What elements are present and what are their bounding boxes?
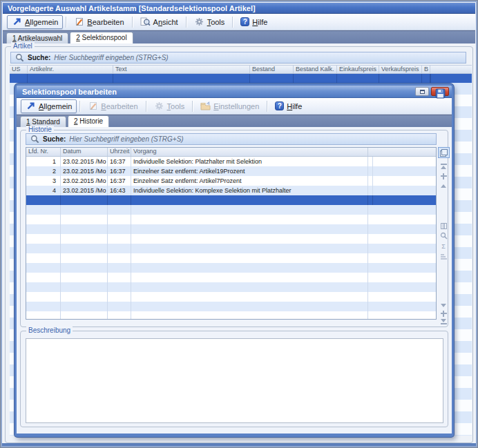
menu-item-label: Ansicht bbox=[153, 18, 178, 26]
first-row-icon bbox=[441, 166, 446, 169]
application-window: Vorgelagerte Auswahl Artikelstamm [Stand… bbox=[0, 0, 478, 448]
menu-separator bbox=[267, 101, 267, 112]
cell bbox=[131, 195, 368, 205]
save-icon[interactable] bbox=[435, 88, 446, 98]
beschreibung-group-label: Beschreibung bbox=[26, 327, 73, 335]
historie-search-input[interactable] bbox=[69, 135, 432, 143]
menu-hilfe[interactable]: ?Hilfe bbox=[236, 15, 272, 28]
page-up-button[interactable] bbox=[439, 182, 448, 190]
historie-searchbar[interactable]: Suche: bbox=[26, 133, 437, 145]
cell-datum: 23.02.2015 /Mo bbox=[61, 157, 108, 166]
column-header-datum[interactable]: Datum bbox=[61, 148, 108, 156]
cell bbox=[108, 195, 131, 205]
table-row[interactable]: 423.02.2015 /Mo16:43Individuelle Selekti… bbox=[26, 186, 436, 195]
cell bbox=[368, 195, 373, 205]
dialog-selektionspool: Selektionspool bearbeiten AllgemeinBearb… bbox=[15, 84, 454, 437]
cell-uhrzeit: 16:37 bbox=[108, 157, 131, 166]
menu-bearbeiten[interactable]: Bearbeiten bbox=[83, 99, 142, 113]
cell-vorgang: Individuelle Selektion: Komplexe Selekti… bbox=[131, 186, 368, 195]
menu-tools[interactable]: Tools bbox=[149, 99, 190, 113]
column-separator bbox=[131, 205, 131, 319]
column-settings-icon bbox=[441, 223, 447, 229]
cell-uhrzeit: 16:37 bbox=[108, 176, 131, 186]
tab-selektionspool[interactable]: 2 Selektionspool bbox=[70, 32, 133, 43]
row-up-button[interactable] bbox=[439, 172, 448, 180]
table-row-selected[interactable] bbox=[26, 195, 436, 205]
main-tabrow: 1 Artikelauswahl2 Selektionspool bbox=[3, 30, 475, 43]
menu-allgemein[interactable]: Allgemein bbox=[21, 99, 77, 113]
column-header-filler bbox=[368, 148, 436, 156]
column-header-text[interactable]: Text bbox=[113, 66, 250, 73]
search-label: Suche: bbox=[43, 135, 66, 143]
cell bbox=[250, 74, 294, 83]
cell-nr: 1 bbox=[26, 157, 61, 166]
menu-einstellungen[interactable]: Einstellungen bbox=[195, 99, 264, 113]
table-row[interactable]: 223.02.2015 /Mo16:37Einzelner Satz entfe… bbox=[26, 166, 436, 176]
last-row-button[interactable] bbox=[439, 318, 448, 326]
search-icon bbox=[15, 53, 24, 63]
cell-filler bbox=[368, 166, 373, 176]
cell-filler bbox=[368, 186, 373, 195]
column-header-verkaufspreis[interactable]: Verkaufspreis bbox=[379, 66, 422, 73]
row-down-button[interactable] bbox=[439, 309, 448, 318]
artikel-search-input[interactable] bbox=[54, 54, 462, 61]
column-header-filler bbox=[430, 66, 472, 73]
menu-ansicht[interactable]: Ansicht bbox=[135, 15, 183, 29]
menu-allgemein[interactable]: Allgemein bbox=[7, 15, 63, 29]
column-header-einkaufspreis[interactable]: Einkaufspreis bbox=[337, 66, 379, 73]
einstellungen-icon bbox=[200, 101, 211, 111]
column-header-bestand-kalk[interactable]: Bestand Kalk. bbox=[294, 66, 337, 73]
copy-icon bbox=[439, 148, 448, 157]
empty-rows-area[interactable] bbox=[26, 205, 436, 319]
column-header-artikelnr[interactable]: Artikelnr. bbox=[28, 66, 113, 73]
column-header-bestand[interactable]: Bestand bbox=[250, 66, 294, 73]
table-row[interactable]: 123.02.2015 /Mo16:37Individuelle Selekti… bbox=[26, 157, 436, 166]
tab-historie[interactable]: 2 Historie bbox=[68, 115, 109, 127]
grid-search-button[interactable] bbox=[439, 231, 448, 240]
artikel-group-label: Artikel bbox=[11, 42, 35, 50]
grid-search-icon bbox=[439, 231, 448, 240]
cell bbox=[337, 74, 379, 83]
cell-vorgang: Individuelle Selektion: Platzhalter mit … bbox=[131, 157, 368, 166]
tools-icon bbox=[194, 17, 204, 27]
column-header-b[interactable]: B bbox=[422, 66, 430, 73]
menu-item-label: Tools bbox=[207, 18, 225, 26]
column-separator bbox=[60, 205, 61, 319]
menu-separator bbox=[132, 17, 133, 28]
dialog-titlebar[interactable]: Selektionspool bearbeiten bbox=[17, 86, 452, 98]
column-settings-button[interactable] bbox=[439, 222, 448, 230]
allgemein-icon bbox=[12, 17, 22, 27]
restore-button[interactable] bbox=[415, 87, 429, 96]
menu-item-label: Bearbeiten bbox=[87, 18, 124, 26]
beschreibung-textarea[interactable] bbox=[26, 338, 443, 423]
allgemein-icon bbox=[26, 101, 36, 111]
menu-bearbeiten[interactable]: Bearbeiten bbox=[69, 15, 128, 29]
copy-grid-button[interactable] bbox=[438, 147, 450, 158]
page-down-button[interactable] bbox=[439, 301, 448, 309]
artikel-searchbar[interactable]: Suche: bbox=[10, 52, 466, 64]
first-row-icon bbox=[441, 164, 447, 165]
column-header-vorgang[interactable]: Vorgang bbox=[131, 148, 368, 156]
cell-uhrzeit: 16:37 bbox=[108, 166, 131, 176]
bearbeiten-icon bbox=[88, 101, 98, 111]
cell bbox=[379, 74, 422, 83]
restore-icon bbox=[420, 90, 425, 94]
column-header-uhrzeit[interactable]: Uhrzeit bbox=[108, 148, 131, 156]
page-down-icon bbox=[441, 304, 446, 307]
menu-separator bbox=[192, 101, 193, 112]
sum-button[interactable]: Σ bbox=[439, 242, 448, 251]
window-titlebar[interactable]: Vorgelagerte Auswahl Artikelstamm [Stand… bbox=[3, 3, 475, 14]
sort-button[interactable] bbox=[439, 253, 448, 261]
cell-nr: 3 bbox=[26, 176, 61, 186]
column-header-lfd-nr[interactable]: Lfd. Nr. bbox=[26, 148, 61, 156]
artikel-selected-row[interactable] bbox=[10, 74, 472, 83]
menu-tools[interactable]: Tools bbox=[189, 15, 230, 29]
cell-nr: 4 bbox=[26, 186, 61, 195]
menu-hilfe[interactable]: ?Hilfe bbox=[270, 99, 307, 113]
table-row[interactable]: 323.02.2015 /Mo16:37Einzelner Satz entfe… bbox=[26, 176, 436, 186]
window-title: Vorgelagerte Auswahl Artikelstamm [Stand… bbox=[8, 4, 256, 12]
first-row-button[interactable] bbox=[439, 162, 448, 171]
menu-separator bbox=[186, 17, 187, 28]
column-header-us[interactable]: US bbox=[10, 66, 28, 73]
sum-icon: Σ bbox=[441, 243, 446, 250]
